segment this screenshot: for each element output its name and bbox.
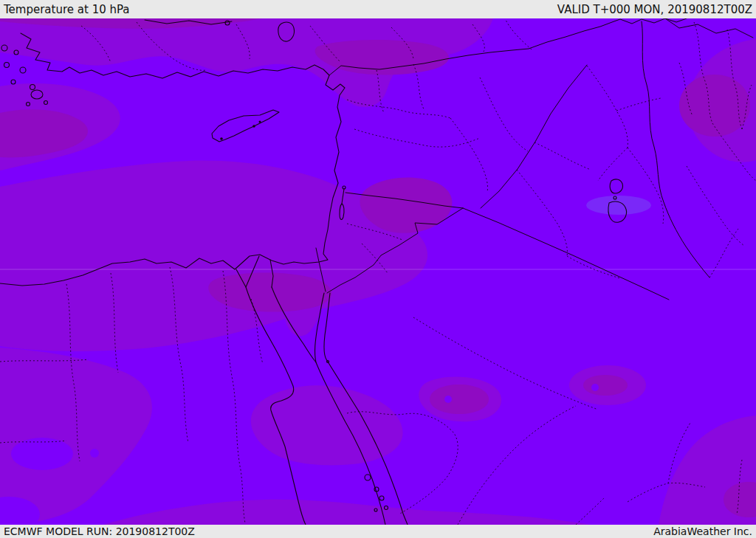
bright-spot (11, 438, 73, 470)
credit-label: ArabiaWeather Inc. (653, 525, 752, 537)
city-mark (220, 137, 223, 140)
bright-spot (90, 449, 99, 458)
map-canvas (0, 18, 756, 525)
map-title: Temperature at 10 hPa (4, 3, 130, 16)
shade-region-dark (430, 384, 489, 414)
valid-time-label: VALID T+000 MON, 20190812T00Z (557, 3, 752, 16)
shade-region-dark (583, 375, 628, 396)
lake-halo (586, 196, 651, 215)
header-bar: Temperature at 10 hPa VALID T+000 MON, 2… (0, 0, 756, 18)
weather-map-screenshot: Temperature at 10 hPa VALID T+000 MON, 2… (0, 0, 756, 538)
bright-spot (591, 384, 599, 391)
footer-bar: ECMWF MODEL RUN: 20190812T00Z ArabiaWeat… (0, 525, 756, 538)
bright-spot (444, 396, 452, 403)
shade-region-dark (679, 75, 750, 137)
model-run-label: ECMWF MODEL RUN: 20190812T00Z (4, 525, 195, 537)
temperature-map (0, 18, 756, 525)
city-mark (259, 121, 261, 123)
city-mark (252, 125, 255, 128)
